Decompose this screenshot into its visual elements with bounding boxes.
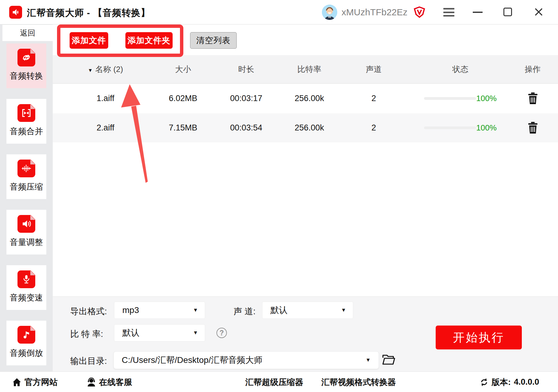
vip-badge-icon[interactable] [413,6,426,18]
settings-panel: 导出格式: mp3 ▼ 声 道: 默认 ▼ 比 特 率: 默认 ▼ ? 输出目录… [53,296,558,371]
file-bitrate: 256.00k [285,123,334,133]
sidebar-item-audio-speed[interactable]: 音频变速 [6,265,46,310]
chevron-down-icon: ▼ [341,307,346,313]
close-button[interactable] [534,7,543,17]
bitrate-label: 比 特 率: [70,328,103,340]
sidebar-item-label: 音频变速 [10,292,43,303]
file-duration: 00:03:54 [208,123,285,133]
file-size: 7.15MB [158,123,208,133]
hamburger-menu-button[interactable] [443,8,454,17]
version-label: 版本: [491,377,511,388]
progress-percent: 100% [476,94,497,103]
browse-folder-button[interactable] [381,353,396,367]
bitrate-select[interactable]: 默认 ▼ [114,324,205,341]
output-dir-label: 输出目录: [70,355,107,367]
user-avatar[interactable] [322,5,337,20]
chevron-down-icon: ▼ [193,330,198,336]
audio-merge-icon [17,104,35,122]
column-header-status: 状态 [413,64,507,75]
column-header-action: 操作 [507,64,558,75]
delete-row-button[interactable] [527,92,539,105]
volume-adjust-icon [17,215,35,233]
version-value: 4.0.0.0 [514,377,539,387]
home-icon [12,378,21,387]
sidebar-item-label: 音频倒放 [10,348,43,359]
maximize-button[interactable] [503,8,512,16]
sidebar-item-audio-compress[interactable]: 音频压缩 [6,154,46,199]
progress-bar [424,97,476,100]
window-title: 汇帮音频大师 - 【音频转换】 [27,7,150,19]
file-duration: 00:03:17 [208,94,285,103]
file-name: 1.aiff [53,94,158,103]
audio-speed-icon [17,270,35,288]
sidebar-item-label: 音量调整 [10,237,43,248]
statusbar: 官方网站 在线客服 汇帮超级压缩器 汇帮视频格式转换器 版本: 4.0.0.0 [0,371,558,392]
sidebar-item-audio-merge[interactable]: 音频合并 [6,99,46,144]
channel-label: 声 道: [234,306,256,317]
file-channels: 2 [334,123,413,133]
main-panel: 添加文件 添加文件夹 清空列表 ▼名称 (2) 大小 时长 比特率 声道 状态 … [53,24,558,371]
clear-list-button[interactable]: 清空列表 [190,32,237,49]
username-text: xMUzhTFb22Ez [342,7,407,17]
headset-person-icon [87,378,96,387]
sidebar-item-label: 音频合并 [10,126,43,137]
progress-bar [424,126,476,129]
folder-icon [382,353,395,366]
table-row: 1.aiff 6.02MB 00:03:17 256.00k 2 100% [53,84,558,113]
export-format-value: mp3 [122,305,139,315]
add-file-button[interactable]: 添加文件 [70,32,108,49]
file-bitrate: 256.00k [285,94,334,103]
sidebar-item-label: 音频转换 [10,70,43,81]
column-header-bitrate: 比特率 [285,64,334,75]
audio-convert-icon [17,49,35,66]
trash-icon [528,122,538,134]
trash-icon [528,92,538,104]
table-header: ▼名称 (2) 大小 时长 比特率 声道 状态 操作 [53,55,558,84]
progress-status: 100% [413,94,507,103]
audio-reverse-icon [17,326,35,344]
version-info: 版本: 4.0.0.0 [480,372,539,392]
output-dir-value: C:/Users/汇帮/Desktop/汇帮音频大师 [122,354,262,366]
file-size: 6.02MB [158,94,208,103]
export-format-select[interactable]: mp3 ▼ [114,302,205,319]
export-format-label: 导出格式: [70,306,107,317]
delete-row-button[interactable] [527,122,539,134]
column-header-name[interactable]: ▼名称 (2) [53,64,158,75]
channel-value: 默认 [270,304,288,316]
add-folder-button[interactable]: 添加文件夹 [125,32,173,49]
sidebar-item-label: 音频压缩 [10,181,43,192]
channel-select[interactable]: 默认 ▼ [262,302,353,319]
sidebar: 返回 音频转换 [0,24,53,371]
super-compressor-link[interactable]: 汇帮超级压缩器 [245,372,303,392]
file-name: 2.aiff [53,123,158,133]
sort-caret-icon: ▼ [88,68,93,73]
chevron-down-icon: ▼ [193,307,198,313]
sidebar-item-audio-reverse[interactable]: 音频倒放 [6,321,46,365]
column-header-duration: 时长 [208,64,285,75]
progress-status: 100% [413,123,507,133]
titlebar: 汇帮音频大师 - 【音频转换】 xMUzhTFb22Ez [0,0,558,24]
video-converter-link[interactable]: 汇帮视频格式转换器 [321,372,396,392]
column-header-size: 大小 [158,64,208,75]
minimize-button[interactable] [473,12,483,13]
official-site-link[interactable]: 官方网站 [12,372,58,392]
column-header-channels: 声道 [334,64,413,75]
online-support-link[interactable]: 在线客服 [87,372,132,392]
app-logo-speaker-icon [9,6,22,19]
sidebar-item-volume-adjust[interactable]: 音量调整 [6,210,46,254]
back-button[interactable]: 返回 [2,25,53,41]
file-channels: 2 [334,94,413,103]
output-dir-select[interactable]: C:/Users/汇帮/Desktop/汇帮音频大师 ▼ [113,351,379,369]
start-execute-button[interactable]: 开始执行 [436,326,522,349]
chevron-down-icon: ▼ [365,357,371,363]
progress-percent: 100% [476,123,497,133]
bitrate-value: 默认 [122,327,140,339]
table-row: 2.aiff 7.15MB 00:03:54 256.00k 2 100% [53,113,558,142]
audio-compress-icon [17,160,35,177]
sidebar-item-audio-convert[interactable]: 音频转换 [6,43,46,88]
refresh-icon [480,378,488,386]
bitrate-help-button[interactable]: ? [216,328,227,338]
